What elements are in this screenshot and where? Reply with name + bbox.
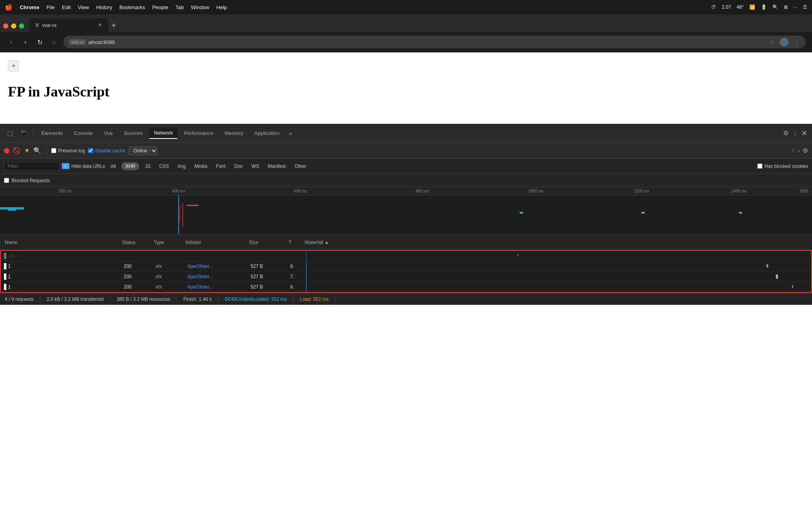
filter-xhr[interactable]: XHR	[121, 162, 139, 170]
filter-icon[interactable]: ▼	[24, 147, 30, 154]
devtools-toolbar: ⬚ 📱 Elements Console Vue Sources Network…	[0, 124, 812, 143]
filter-font[interactable]: Font	[213, 162, 229, 170]
tab-network[interactable]: Network	[149, 127, 178, 139]
tab-performance[interactable]: Performance	[179, 128, 218, 139]
menu-help[interactable]: Help	[216, 4, 227, 10]
menu-view[interactable]: View	[78, 4, 89, 10]
has-blocked-cookies-label: Has blocked cookies	[764, 164, 808, 169]
traffic-light-minimize[interactable]	[11, 23, 16, 29]
address-field[interactable]: vue-rx alhost:8080 ☆ 👤 ⋮	[63, 36, 806, 48]
col-header-waterfall[interactable]: Waterfall ▲	[304, 240, 809, 245]
filter-media[interactable]: Media	[191, 162, 211, 170]
record-button[interactable]	[4, 148, 10, 154]
page-heading: FP in JavaScript	[8, 83, 804, 100]
filter-ws[interactable]: WS	[248, 162, 262, 170]
table-row[interactable]: ···/···	[1, 251, 811, 261]
blocked-requests-label: Blocked Requests	[11, 178, 50, 183]
table-row[interactable]: 1 200 xhr AjaxObser... 527 B 6.	[1, 261, 811, 271]
devtools-options-icon[interactable]: ⋮	[792, 129, 798, 137]
browser-tab[interactable]: V vue-rx ✕	[29, 18, 108, 32]
menu-people[interactable]: People	[152, 4, 168, 10]
row-indicator	[4, 273, 6, 280]
traffic-light-fullscreen[interactable]	[19, 23, 24, 29]
row-waterfall	[306, 271, 808, 281]
menubar-control-center[interactable]: ⊞	[784, 4, 788, 10]
devtools-settings-icon[interactable]: ⚙	[783, 129, 789, 137]
new-tab-button[interactable]: +	[111, 21, 116, 29]
devtools-inspect-icon[interactable]: ⬚	[5, 128, 15, 139]
filter-doc[interactable]: Doc	[231, 162, 246, 170]
menubar-search-icon[interactable]: 🔍	[772, 4, 778, 10]
forward-button[interactable]: ›	[21, 38, 30, 46]
home-button[interactable]: ⌂	[49, 38, 59, 46]
menubar-battery: 🔋	[761, 4, 767, 10]
ruler-1000ms: 1000 ms	[528, 189, 543, 193]
menu-file[interactable]: File	[46, 4, 55, 10]
menu-history[interactable]: History	[96, 4, 112, 10]
address-right-icons: ☆ 👤 ⋮	[769, 38, 800, 46]
status-resources: 385 B / 3.2 MB resources	[110, 296, 177, 302]
devtools-panel: ⬚ 📱 Elements Console Vue Sources Network…	[0, 124, 812, 305]
devtools-more-tabs[interactable]: »	[286, 128, 295, 139]
tab-close-button[interactable]: ✕	[98, 22, 102, 28]
disable-cache-input[interactable]	[88, 148, 93, 153]
tab-vue[interactable]: Vue	[99, 128, 118, 139]
svg-rect-6	[739, 212, 742, 214]
preserve-log-checkbox[interactable]: Preserve log	[51, 148, 85, 154]
menu-edit[interactable]: Edit	[62, 4, 71, 10]
col-header-status[interactable]: Status	[122, 240, 154, 245]
filter-css[interactable]: CSS	[156, 162, 172, 170]
has-blocked-cookies-input[interactable]	[757, 164, 762, 169]
blocked-requests-checkbox[interactable]: Blocked Requests	[4, 178, 50, 183]
menu-bookmarks[interactable]: Bookmarks	[119, 4, 145, 10]
col-header-time[interactable]: T	[289, 240, 304, 245]
apple-menu[interactable]: 🍎	[5, 4, 13, 11]
new-tab-page-button[interactable]: +	[8, 60, 19, 71]
table-row[interactable]: 1 200 xhr AjaxObser... 527 B 6.	[1, 282, 811, 292]
menu-window[interactable]: Window	[191, 4, 209, 10]
col-header-name[interactable]: Name	[3, 240, 122, 245]
tab-elements[interactable]: Elements	[36, 128, 67, 139]
filter-other[interactable]: Other	[291, 162, 310, 170]
col-header-size[interactable]: Size	[249, 240, 289, 245]
filter-img[interactable]: Img	[174, 162, 189, 170]
disable-cache-checkbox[interactable]: Disable cache	[88, 148, 125, 154]
filter-input[interactable]	[4, 162, 59, 171]
bookmark-icon[interactable]: ☆	[769, 38, 774, 46]
menubar-list: ☰	[803, 4, 807, 10]
timeline-ruler: 200 ms 400 ms 600 ms 800 ms 1000 ms 1200…	[0, 187, 812, 195]
col-header-type[interactable]: Type	[154, 240, 186, 245]
menu-tab[interactable]: Tab	[175, 4, 184, 10]
download-icon[interactable]: ↓	[797, 147, 800, 154]
back-button[interactable]: ‹	[6, 38, 16, 46]
menu-icon[interactable]: ⋮	[794, 38, 800, 46]
tab-sources[interactable]: Sources	[119, 128, 148, 139]
table-body[interactable]: ···/··· 1 200 xhr AjaxObser... 527 B 6.	[0, 250, 812, 293]
devtools-device-icon[interactable]: 📱	[17, 128, 30, 139]
tab-application[interactable]: Application	[249, 128, 284, 139]
tab-console[interactable]: Console	[69, 128, 98, 139]
devtools-close-icon[interactable]: ✕	[801, 129, 807, 138]
reload-button[interactable]: ↻	[35, 38, 44, 46]
preserve-log-input[interactable]	[51, 148, 56, 153]
filter-js[interactable]: JS	[142, 162, 153, 170]
upload-icon[interactable]: ↑	[791, 147, 795, 154]
col-header-initiator[interactable]: Initiator	[186, 240, 249, 245]
tab-memory[interactable]: Memory	[220, 128, 248, 139]
network-throttle-select[interactable]: Online	[128, 146, 157, 155]
settings-icon[interactable]: ⚙	[802, 147, 808, 154]
clear-button[interactable]: 🚫	[13, 147, 21, 154]
hide-data-urls-checkbox[interactable]: ✓ Hide data URLs	[62, 163, 105, 169]
row-name: 1	[8, 284, 124, 290]
blocked-requests-input[interactable]	[4, 178, 9, 183]
filter-manifest[interactable]: Manifest	[265, 162, 289, 170]
tab-bar: V vue-rx ✕ +	[0, 14, 812, 32]
has-blocked-cookies-checkbox[interactable]: Has blocked cookies	[757, 164, 808, 169]
traffic-light-close[interactable]	[3, 23, 8, 29]
search-icon[interactable]: 🔍	[33, 147, 41, 154]
blocked-requests-row: Blocked Requests	[0, 174, 812, 187]
avatar[interactable]: 👤	[780, 38, 789, 46]
filter-all[interactable]: All	[107, 162, 119, 170]
table-row[interactable]: 1 200 xhr AjaxObser... 527 B 7.	[1, 271, 811, 282]
row-status: 200	[124, 274, 155, 279]
